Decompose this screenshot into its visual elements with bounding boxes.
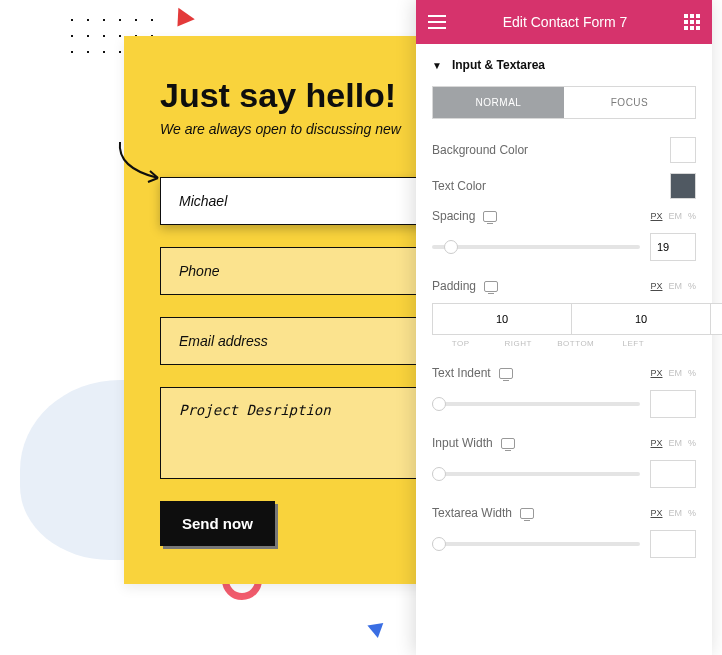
textarea-width-label: Textarea Width bbox=[432, 506, 512, 520]
unit-px[interactable]: PX bbox=[650, 368, 662, 378]
padding-top-input[interactable] bbox=[432, 303, 572, 335]
spacing-slider[interactable] bbox=[432, 245, 640, 249]
unit-em[interactable]: EM bbox=[668, 368, 682, 378]
apps-icon[interactable] bbox=[684, 14, 700, 30]
phone-input[interactable] bbox=[160, 247, 442, 295]
unit-pct[interactable]: % bbox=[688, 438, 696, 448]
unit-em[interactable]: EM bbox=[668, 211, 682, 221]
padding-top-label: TOP bbox=[432, 339, 490, 348]
padding-label: Padding bbox=[432, 279, 476, 293]
text-indent-input[interactable] bbox=[650, 390, 696, 418]
unit-pct[interactable]: % bbox=[688, 508, 696, 518]
caret-down-icon: ▼ bbox=[432, 60, 442, 71]
unit-em[interactable]: EM bbox=[668, 281, 682, 291]
text-indent-slider[interactable] bbox=[432, 402, 640, 406]
decorative-triangle bbox=[169, 8, 195, 33]
unit-px[interactable]: PX bbox=[650, 508, 662, 518]
padding-bottom-label: BOTTOM bbox=[547, 339, 605, 348]
padding-right-label: RIGHT bbox=[490, 339, 548, 348]
tab-normal[interactable]: NORMAL bbox=[433, 87, 564, 118]
textarea-width-slider[interactable] bbox=[432, 542, 640, 546]
editor-panel: Edit Contact Form 7 ▼ Input & Textarea N… bbox=[416, 0, 712, 655]
desktop-icon[interactable] bbox=[484, 281, 498, 292]
section-title: Input & Textarea bbox=[452, 58, 545, 72]
unit-em[interactable]: EM bbox=[668, 508, 682, 518]
unit-pct[interactable]: % bbox=[688, 211, 696, 221]
panel-header: Edit Contact Form 7 bbox=[416, 0, 712, 44]
text-color-label: Text Color bbox=[432, 179, 486, 193]
name-input[interactable] bbox=[160, 177, 442, 225]
text-indent-label: Text Indent bbox=[432, 366, 491, 380]
card-subtitle: We are always open to discussing new bbox=[160, 121, 442, 137]
desktop-icon[interactable] bbox=[501, 438, 515, 449]
bg-color-swatch[interactable] bbox=[670, 137, 696, 163]
input-width-input[interactable] bbox=[650, 460, 696, 488]
state-tabs: NORMAL FOCUS bbox=[432, 86, 696, 119]
textarea-width-input[interactable] bbox=[650, 530, 696, 558]
section-toggle[interactable]: ▼ Input & Textarea bbox=[432, 44, 696, 86]
menu-icon[interactable] bbox=[428, 15, 446, 29]
send-button[interactable]: Send now bbox=[160, 501, 275, 546]
text-color-swatch[interactable] bbox=[670, 173, 696, 199]
tab-focus[interactable]: FOCUS bbox=[564, 87, 695, 118]
unit-px[interactable]: PX bbox=[650, 281, 662, 291]
decorative-triangle bbox=[365, 618, 384, 638]
bg-color-label: Background Color bbox=[432, 143, 528, 157]
unit-px[interactable]: PX bbox=[650, 438, 662, 448]
unit-pct[interactable]: % bbox=[688, 368, 696, 378]
padding-right-input[interactable] bbox=[571, 303, 711, 335]
desktop-icon[interactable] bbox=[499, 368, 513, 379]
spacing-input[interactable] bbox=[650, 233, 696, 261]
panel-title: Edit Contact Form 7 bbox=[446, 14, 684, 30]
spacing-label: Spacing bbox=[432, 209, 475, 223]
unit-pct[interactable]: % bbox=[688, 281, 696, 291]
desktop-icon[interactable] bbox=[520, 508, 534, 519]
email-input[interactable] bbox=[160, 317, 442, 365]
input-width-label: Input Width bbox=[432, 436, 493, 450]
padding-bottom-input[interactable] bbox=[710, 303, 722, 335]
unit-em[interactable]: EM bbox=[668, 438, 682, 448]
input-width-slider[interactable] bbox=[432, 472, 640, 476]
desktop-icon[interactable] bbox=[483, 211, 497, 222]
arrow-icon bbox=[112, 138, 172, 188]
unit-px[interactable]: PX bbox=[650, 211, 662, 221]
project-textarea[interactable] bbox=[160, 387, 442, 479]
card-heading: Just say hello! bbox=[160, 76, 442, 115]
padding-left-label: LEFT bbox=[605, 339, 663, 348]
